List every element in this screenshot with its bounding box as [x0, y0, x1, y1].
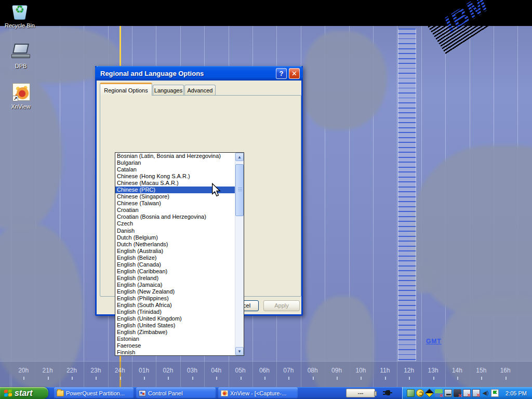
task-button-icon [139, 390, 146, 396]
scroll-up-arrow-icon[interactable]: ▲ [235, 153, 244, 161]
language-list-item[interactable]: Croatian [115, 207, 235, 214]
dpb-label: DPB [1, 63, 41, 69]
timezone-hour-label: 21h [35, 362, 59, 387]
shortcut-arrow-icon: ↗ [12, 96, 18, 101]
landmass [304, 31, 387, 130]
gmt-label: GMT [426, 338, 442, 345]
users-disconnected-icon[interactable] [435, 389, 443, 397]
language-list-item[interactable]: Dutch (Netherlands) [115, 241, 235, 248]
recycle-symbol-icon: ♻ [9, 3, 30, 16]
scrollbar-thumb[interactable] [235, 164, 244, 216]
tab-regional-options[interactable]: Regional Options [100, 83, 152, 96]
timezone-hour-label: 01h [132, 362, 156, 387]
top-black-bar: IBM [0, 0, 532, 26]
timezone-hour-strip: 20h21h22h23h24h01h02h03h04h05h06h07h08h0… [0, 361, 532, 387]
timezone-hour-label: 05h [228, 362, 252, 387]
language-list-item[interactable]: Dutch (Belgium) [115, 234, 235, 241]
battery-gauge-icon[interactable] [416, 389, 424, 397]
close-button[interactable]: ✕ [289, 68, 300, 79]
taskbar-window-button[interactable]: PowerQuest Partition... [54, 388, 134, 398]
language-list-item[interactable]: English (Trinidad) [115, 309, 235, 315]
language-list-item[interactable]: Bosnian (Latin, Bosnia and Herzegovina) [115, 153, 235, 159]
language-list-item[interactable]: English (United Kingdom) [115, 315, 235, 322]
language-dropdown-list[interactable]: Bosnian (Latin, Bosnia and Herzegovina)B… [115, 152, 244, 356]
computer-disconnected-icon[interactable] [463, 389, 471, 397]
regional-language-options-dialog: Regional and Language Options ? ✕ Region… [95, 66, 303, 316]
battery-meter-widget[interactable]: --- [346, 389, 375, 397]
desktop-icon-xnview[interactable]: ↗ XnView [1, 83, 41, 110]
timezone-hour-label: 07h [276, 362, 300, 387]
apply-button: Apply [263, 300, 300, 311]
timezone-hour-label: 08h [301, 362, 325, 387]
language-list-item[interactable]: Croatian (Bosnia and Herzegovina) [115, 214, 235, 220]
timezone-hour-label: 23h [84, 362, 108, 387]
timezone-hour-label: 12h [397, 362, 421, 387]
language-list-item[interactable]: English (Caribbean) [115, 268, 235, 275]
volume-icon[interactable]: ◀) [482, 389, 489, 397]
xnview-label: XnView [1, 103, 41, 110]
language-list-item[interactable]: Bulgarian [115, 159, 235, 166]
language-list-item[interactable]: English (Zimbabwe) [115, 329, 235, 336]
language-list-item[interactable]: English (Canada) [115, 261, 235, 268]
language-list-item[interactable]: English (Belize) [115, 255, 235, 261]
task-button-icon [57, 390, 64, 396]
scroll-down-arrow-icon[interactable]: ▼ [235, 347, 244, 355]
language-list-item[interactable]: English (United States) [115, 322, 235, 329]
language-list-item[interactable]: English (Australia) [115, 248, 235, 255]
tab-advanced[interactable]: Advanced [184, 85, 216, 96]
laptop-base [11, 54, 30, 58]
clock[interactable]: 2:05 PM [506, 390, 527, 396]
help-button[interactable]: ? [276, 68, 287, 79]
signal-blocked-icon[interactable] [454, 389, 461, 397]
power-meter-icon[interactable] [425, 389, 434, 397]
timezone-hour-label: 04h [204, 362, 228, 387]
language-list-item[interactable]: English (South Africa) [115, 302, 235, 309]
recycle-bin-icon: ♻ [9, 2, 30, 21]
system-tray: ◀) 2:05 PM [402, 387, 532, 399]
language-list-item[interactable]: English (New Zealand) [115, 288, 235, 295]
laptop-screen [12, 44, 29, 54]
xnview-app-icon: ↗ [10, 83, 31, 102]
list-scrollbar[interactable]: ▲ ▼ [235, 153, 244, 355]
timezone-hour-label: 11h [373, 362, 397, 387]
timezone-hour-label: 14h [445, 362, 469, 387]
dialog-title: Regional and Language Options [95, 70, 276, 77]
desktop-screen: GMT 20h21h22h23h24h01h02h03h04h05h06h07h… [0, 0, 532, 399]
display-alert-icon[interactable] [472, 389, 480, 397]
taskbar: start PowerQuest Partition... Control Pa… [0, 387, 532, 399]
recycle-bin-label: Recycle Bin [0, 22, 39, 29]
language-list-item[interactable]: Czech [115, 220, 235, 227]
desktop-icon-recycle-bin[interactable]: ♻ Recycle Bin [0, 2, 39, 29]
dialog-title-bar[interactable]: Regional and Language Options ? ✕ [95, 66, 303, 81]
timezone-hour-label: 24h [108, 362, 132, 387]
language-list-item[interactable]: Danish [115, 228, 235, 234]
power-plug-icon [383, 390, 392, 396]
desktop-icon-dpb[interactable]: DPB [1, 43, 41, 69]
timezone-hour-label: 02h [156, 362, 180, 387]
language-list-item[interactable]: English (Jamaica) [115, 282, 235, 288]
taskbar-window-button[interactable]: Control Panel [136, 388, 216, 398]
start-label: start [15, 389, 33, 398]
language-list-item[interactable]: Finnish [115, 349, 235, 356]
task-button-icon [221, 390, 228, 396]
scheduler-flag-icon[interactable] [491, 389, 499, 397]
hotplug-device-icon[interactable] [407, 389, 415, 397]
start-button[interactable]: start [0, 387, 48, 399]
timezone-hour-label: 22h [60, 362, 84, 387]
mouse-cursor [211, 183, 221, 197]
language-list-item[interactable]: Chinese (Hong Kong S.A.R.) [115, 173, 235, 180]
timezone-hour-label: 15h [469, 362, 493, 387]
language-list-item[interactable]: English (Ireland) [115, 275, 235, 282]
taskbar-window-button[interactable]: XnView - [<Capture-... [218, 388, 298, 398]
windows-flag-icon [4, 389, 12, 397]
language-list-item[interactable]: Chinese (Taiwan) [115, 200, 235, 207]
network-neighborhood-icon[interactable] [444, 389, 452, 397]
timezone-hour-label: 06h [252, 362, 276, 387]
language-list-item[interactable]: English (Philippines) [115, 295, 235, 302]
timezone-hour-label: 13h [421, 362, 445, 387]
tab-languages[interactable]: Languages [153, 85, 184, 96]
gmt-meridian-band [398, 29, 416, 361]
language-list-item[interactable]: Faeroese [115, 342, 235, 349]
language-list-item[interactable]: Catalan [115, 166, 235, 173]
language-list-item[interactable]: Estonian [115, 336, 235, 342]
